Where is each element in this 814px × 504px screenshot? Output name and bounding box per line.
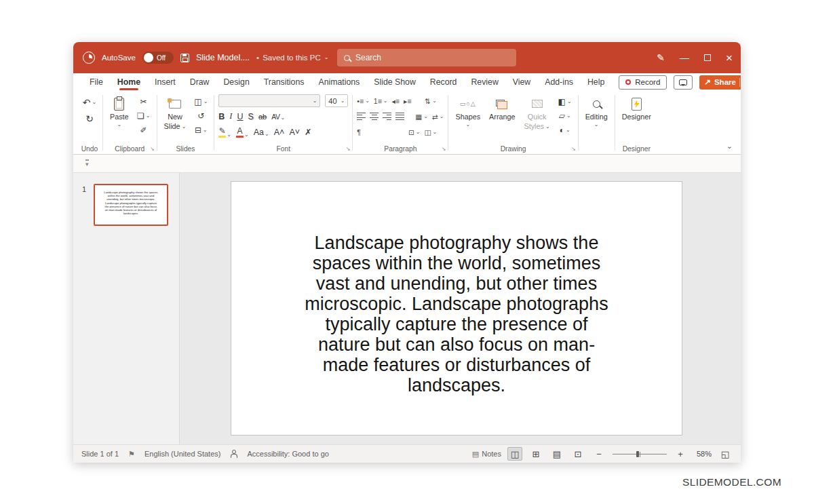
shrink-font-button[interactable]: A˅ — [289, 128, 300, 137]
saved-status[interactable]: • Saved to this PC ⌄ — [256, 54, 328, 62]
columns-button[interactable]: ▦ ⌄ — [415, 113, 428, 121]
quick-styles-button[interactable]: Quick Styles ⌄ — [522, 94, 553, 143]
dialog-launcher-icon[interactable]: ↘ — [150, 146, 155, 152]
ribbon-options-icon[interactable]: ▾ — [85, 159, 89, 168]
share-button[interactable]: ↗ Share ⌄ — [699, 75, 741, 90]
zoom-out-button[interactable]: − — [592, 447, 606, 461]
paste-button[interactable]: Paste ⌄ — [107, 94, 132, 143]
zoom-slider[interactable] — [613, 450, 667, 458]
tab-draw[interactable]: Draw — [190, 75, 210, 90]
shape-fill-button[interactable]: ◧ ⌄ — [556, 95, 574, 109]
new-slide-button[interactable]: New Slide ⌄ — [161, 94, 189, 143]
language-status[interactable]: English (United States) — [144, 450, 221, 458]
font-color-bar — [236, 136, 244, 138]
align-right-button[interactable] — [383, 113, 391, 121]
font-color-button[interactable]: A ⌄ — [236, 127, 249, 138]
paragraph-marks-button[interactable]: ¶ — [357, 128, 361, 136]
tab-insert[interactable]: Insert — [155, 75, 176, 90]
autosave-toggle[interactable]: Off — [142, 52, 174, 64]
numbering-button[interactable]: 1≡ ⌄ — [374, 97, 388, 105]
change-case-button[interactable]: Aa ⌄ — [254, 128, 269, 137]
bullets-button[interactable]: •≡ ⌄ — [357, 97, 370, 105]
undo-button[interactable]: ↶ ⌄ — [81, 96, 98, 109]
convert-smartart-button[interactable]: ◫ ⌄ — [424, 128, 437, 136]
font-name-combo[interactable]: ⌄ — [218, 94, 320, 107]
search-box[interactable] — [337, 49, 516, 66]
slide-thumbnail[interactable]: Landscape photography shows the spaces w… — [94, 184, 168, 226]
copy-button[interactable]: ❏ ⌄ — [135, 109, 153, 123]
zoom-slider-thumb[interactable] — [636, 451, 639, 457]
dialog-launcher-icon[interactable]: ↘ — [442, 146, 446, 152]
tab-slide-show[interactable]: Slide Show — [374, 75, 416, 90]
strikethrough-button[interactable]: ab — [258, 113, 267, 121]
character-spacing-button[interactable]: AV ⌄ — [271, 113, 285, 121]
slide-canvas[interactable]: Landscape photography shows the spaces w… — [231, 181, 682, 435]
flag-icon[interactable]: ⚑ — [128, 450, 135, 458]
close-button[interactable]: × — [726, 52, 733, 64]
justify-button[interactable] — [395, 113, 404, 121]
text-direction-button[interactable]: ⇄ ⌄ — [432, 113, 444, 121]
text-highlight-button[interactable]: ✎ ⌄ — [218, 127, 231, 138]
minimize-button[interactable]: — — [680, 53, 689, 62]
slideshow-view-button[interactable]: ⊡ — [570, 447, 585, 461]
align-text-button[interactable]: ⊡ ⌄ — [408, 128, 421, 136]
slide-sorter-view-button[interactable]: ⊞ — [528, 447, 543, 461]
arrange-button[interactable]: Arrange — [486, 94, 518, 143]
slide-thumbnail-number: 1 — [82, 185, 86, 193]
tab-animations[interactable]: Animations — [318, 75, 360, 90]
designer-button[interactable]: Designer — [619, 94, 654, 143]
tab-transitions[interactable]: Transitions — [264, 75, 305, 90]
tab-design[interactable]: Design — [223, 75, 249, 90]
notes-button[interactable]: ▤ Notes — [472, 450, 501, 458]
section-button[interactable]: ⊟ ⌄ — [192, 123, 210, 137]
reset-slide-button[interactable]: ↺ — [192, 109, 210, 123]
tab-help[interactable]: Help — [587, 75, 604, 90]
shapes-button[interactable]: ▭○△ Shapes ⌄ — [452, 94, 483, 143]
redo-button[interactable]: ↻ — [81, 112, 98, 125]
accessibility-status[interactable]: Accessibility: Good to go — [247, 450, 328, 458]
normal-view-button[interactable]: ◫ — [507, 447, 522, 461]
editing-button[interactable]: Editing ⌄ — [583, 94, 610, 143]
increase-indent-button[interactable]: ▸≡ — [404, 97, 411, 105]
slide-text-box[interactable]: Landscape photography shows the spaces w… — [300, 233, 613, 395]
align-left-button[interactable] — [357, 113, 366, 121]
zoom-in-button[interactable]: + — [673, 447, 688, 461]
save-icon[interactable] — [180, 54, 189, 62]
grow-font-button[interactable]: A˄ — [274, 128, 285, 137]
line-spacing-button[interactable]: ⇅ ⌄ — [425, 97, 437, 105]
slide-layout-button[interactable]: ◫ ⌄ — [192, 95, 210, 109]
pen-icon[interactable]: ✎ — [657, 53, 665, 62]
shape-outline-button[interactable]: ▱ ⌄ — [556, 109, 574, 123]
font-size-combo[interactable]: 40 ⌄ — [325, 94, 348, 107]
tab-add-ins[interactable]: Add-ins — [545, 75, 573, 90]
record-button[interactable]: Record — [619, 75, 667, 90]
tab-view[interactable]: View — [513, 75, 530, 90]
italic-button[interactable]: I — [229, 111, 232, 121]
chevron-down-icon: ⌄ — [416, 130, 421, 135]
chevron-down-icon: ⌄ — [324, 55, 329, 60]
tab-file[interactable]: File — [90, 75, 103, 90]
dialog-launcher-icon[interactable]: ↘ — [346, 146, 351, 152]
ribbon-separator — [352, 95, 353, 151]
dialog-launcher-icon[interactable]: ↘ — [571, 146, 576, 152]
bold-button[interactable]: B — [218, 112, 225, 121]
format-painter-button[interactable]: ✐ — [135, 123, 153, 137]
underline-button[interactable]: U — [237, 112, 244, 121]
shape-effects-button[interactable]: ◐ ⌄ — [556, 123, 574, 137]
collapse-ribbon-chevron[interactable]: ⌄ — [726, 142, 733, 151]
maximize-button[interactable] — [704, 54, 711, 61]
notes-label: Notes — [482, 450, 501, 458]
zoom-level[interactable]: 58% — [694, 450, 712, 458]
reading-view-button[interactable]: ▤ — [549, 447, 564, 461]
cut-button[interactable]: ✂ — [135, 95, 153, 109]
tab-record[interactable]: Record — [430, 75, 457, 90]
clear-formatting-button[interactable]: ✗ — [305, 127, 311, 137]
fit-to-window-button[interactable]: ◱ — [718, 447, 733, 461]
tab-home[interactable]: Home — [117, 75, 140, 90]
decrease-indent-button[interactable]: ◂≡ — [392, 97, 400, 105]
comments-button[interactable] — [674, 75, 693, 90]
align-center-button[interactable] — [370, 113, 379, 121]
search-input[interactable] — [355, 53, 509, 62]
tab-review[interactable]: Review — [471, 75, 498, 90]
text-shadow-button[interactable]: S — [248, 112, 254, 121]
